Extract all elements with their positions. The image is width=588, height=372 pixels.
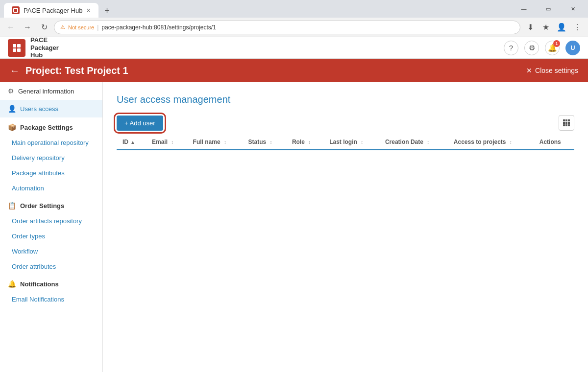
- sidebar: ⚙ General information 👤 Users access 📦 P…: [0, 82, 103, 372]
- sidebar-item-general-information[interactable]: ⚙ General information: [0, 82, 102, 100]
- sidebar-section-order-settings: 📋 Order Settings: [0, 196, 102, 213]
- sidebar-item-order-types[interactable]: Order types: [0, 229, 102, 244]
- svg-rect-5: [565, 119, 567, 121]
- col-header-actions: Actions: [534, 135, 574, 150]
- sidebar-section-package-settings: 📦 Package Settings: [0, 117, 102, 135]
- back-to-projects-button[interactable]: ←: [10, 65, 20, 76]
- col-header-status[interactable]: Status ↕: [243, 135, 286, 150]
- svg-rect-12: [568, 124, 570, 126]
- notification-badge: 1: [553, 40, 560, 47]
- project-title: Project: Test Project 1: [25, 65, 128, 76]
- settings-button[interactable]: ⚙: [524, 41, 539, 55]
- sort-icon-accesstoprojects: ↕: [510, 140, 512, 145]
- sort-icon-id: ▲: [130, 140, 135, 145]
- avatar[interactable]: U: [565, 41, 580, 55]
- forward-button[interactable]: →: [21, 21, 34, 34]
- browser-tab[interactable]: PACE Packager Hub ×: [4, 3, 98, 18]
- sidebar-item-order-attributes[interactable]: Order attributes: [0, 259, 102, 274]
- sidebar-label-users-access: Users access: [20, 105, 58, 113]
- close-settings-label: Close settings: [535, 67, 578, 74]
- table-view-button[interactable]: [559, 115, 574, 131]
- sidebar-item-main-operational-repository[interactable]: Main operational repository: [0, 135, 102, 150]
- clipboard-icon: 📋: [8, 202, 16, 209]
- not-secure-label: Not secure: [68, 24, 94, 30]
- sort-icon-fullname: ↕: [224, 140, 226, 145]
- sidebar-section-label-notifications: Notifications: [20, 280, 59, 288]
- app-logo-icon: [8, 39, 25, 57]
- project-header: ← Project: Test Project 1 ✕ Close settin…: [0, 59, 588, 82]
- svg-rect-2: [13, 48, 16, 52]
- app-topbar-right: ? ⚙ 🔔 1 U: [504, 41, 580, 55]
- sidebar-item-automation[interactable]: Automation: [0, 181, 102, 196]
- add-user-button[interactable]: + Add user: [117, 116, 163, 131]
- close-button[interactable]: ✕: [562, 2, 584, 16]
- sort-icon-role: ↕: [308, 140, 311, 145]
- notifications-button[interactable]: 🔔 1: [545, 41, 560, 55]
- gear-icon: ⚙: [8, 87, 14, 95]
- svg-rect-11: [565, 124, 567, 126]
- browser-toolbar: ← → ↻ ⚠ Not secure | pace-packager-hub:8…: [0, 18, 588, 37]
- col-header-creationdate[interactable]: Creation Date ↕: [379, 135, 448, 150]
- content-area: User access management + Add user: [103, 82, 588, 372]
- col-header-role[interactable]: Role ↕: [286, 135, 323, 150]
- menu-button[interactable]: ⋮: [570, 21, 584, 34]
- col-header-email[interactable]: Email ↕: [146, 135, 187, 150]
- bell-icon: 🔔: [8, 280, 16, 288]
- close-settings-icon: ✕: [526, 67, 532, 74]
- close-settings-button[interactable]: ✕ Close settings: [526, 67, 578, 74]
- address-bar[interactable]: ⚠ Not secure | pace-packager-hub:8081/se…: [54, 21, 520, 34]
- sort-icon-email: ↕: [171, 140, 173, 145]
- sidebar-item-email-notifications[interactable]: Email Notifications: [0, 292, 102, 307]
- tab-title: PACE Packager Hub: [24, 7, 82, 14]
- maximize-button[interactable]: ▭: [537, 2, 560, 16]
- col-header-accesstoprojects[interactable]: Access to projects ↕: [448, 135, 534, 150]
- help-button[interactable]: ?: [504, 41, 518, 55]
- svg-rect-1: [17, 44, 21, 47]
- profile-button[interactable]: 👤: [555, 21, 568, 34]
- reload-button[interactable]: ↻: [37, 21, 51, 34]
- sidebar-item-users-access[interactable]: 👤 Users access: [0, 100, 102, 117]
- security-icon: ⚠: [60, 24, 65, 30]
- tab-favicon: [12, 6, 20, 14]
- sidebar-label-general-information: General information: [18, 88, 74, 95]
- users-table: ID ▲ Email ↕ Full name ↕: [117, 135, 574, 150]
- new-tab-button[interactable]: +: [100, 4, 114, 18]
- app-topbar: PACE Packager Hub ? ⚙ 🔔 1 U: [0, 37, 588, 59]
- url-text: pace-packager-hub:8081/settings/projects…: [101, 24, 216, 31]
- sort-icon-lastlogin: ↕: [361, 140, 363, 145]
- package-icon: 📦: [8, 123, 16, 131]
- app-logo-text: PACE Packager Hub: [30, 36, 59, 59]
- svg-rect-7: [563, 122, 565, 124]
- svg-rect-0: [13, 44, 16, 47]
- sidebar-section-label-order-settings: Order Settings: [20, 202, 64, 209]
- col-header-lastlogin[interactable]: Last login ↕: [323, 135, 379, 150]
- user-icon: 👤: [8, 105, 16, 113]
- app-logo: PACE Packager Hub: [8, 36, 59, 59]
- svg-rect-3: [17, 48, 21, 52]
- svg-rect-6: [568, 119, 570, 121]
- tab-close-button[interactable]: ×: [86, 6, 90, 14]
- sidebar-item-order-artifacts-repository[interactable]: Order artifacts repository: [0, 213, 102, 229]
- minimize-button[interactable]: —: [513, 2, 535, 16]
- sidebar-section-notifications: 🔔 Notifications: [0, 274, 102, 292]
- sidebar-item-delivery-repository[interactable]: Delivery repository: [0, 150, 102, 165]
- sort-icon-creationdate: ↕: [427, 140, 429, 145]
- page-title: User access management: [117, 94, 574, 105]
- bookmark-button[interactable]: ★: [539, 21, 553, 34]
- col-header-id[interactable]: ID ▲: [117, 135, 146, 150]
- back-button[interactable]: ←: [4, 21, 18, 34]
- sidebar-section-label-package-settings: Package Settings: [20, 124, 73, 131]
- downloads-button[interactable]: ⬇: [523, 21, 537, 34]
- svg-rect-8: [565, 122, 567, 124]
- svg-rect-10: [563, 124, 565, 126]
- svg-rect-4: [563, 119, 565, 121]
- col-header-fullname[interactable]: Full name ↕: [187, 135, 243, 150]
- sort-icon-status: ↕: [270, 140, 272, 145]
- sidebar-item-workflow[interactable]: Workflow: [0, 244, 102, 259]
- sidebar-item-package-attributes[interactable]: Package attributes: [0, 165, 102, 181]
- svg-rect-9: [568, 122, 570, 124]
